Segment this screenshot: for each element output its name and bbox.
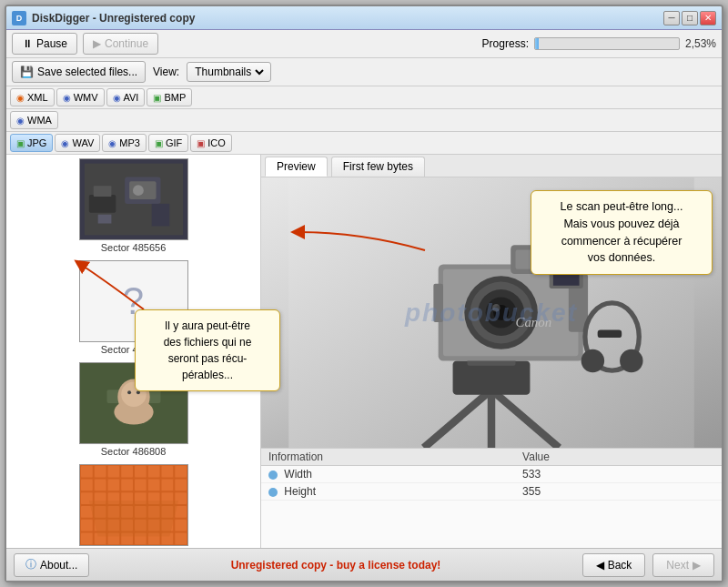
mp3-icon: ◉: [108, 138, 116, 148]
tab-first-bytes[interactable]: First few bytes: [331, 157, 425, 177]
info-table-container: Information Value Width 533: [261, 448, 722, 548]
svg-point-15: [127, 390, 131, 394]
view-label: View:: [153, 66, 179, 78]
thumbnail-list: Sector 485656 ? Sector 486792: [6, 155, 260, 548]
wmv-icon: ◉: [63, 93, 71, 103]
svg-rect-8: [97, 215, 111, 224]
preview-tabs: Preview First few bytes: [261, 155, 722, 177]
view-dropdown[interactable]: Thumbnails List Details: [191, 65, 267, 79]
info-height-label: Height: [261, 483, 515, 501]
next-icon: ▶: [693, 559, 701, 572]
right-panel: Preview First few bytes: [261, 155, 722, 548]
save-icon: 💾: [20, 66, 34, 78]
progress-fill: [535, 38, 539, 49]
filetype-jpg[interactable]: ▣ JPG: [10, 134, 53, 152]
info-icon-width: [268, 471, 278, 480]
watermark: photobucket: [405, 299, 578, 328]
svg-marker-20: [88, 501, 177, 536]
info-width-value: 533: [515, 466, 668, 483]
continue-button[interactable]: ▶ Continue: [83, 33, 158, 55]
save-selected-button[interactable]: 💾 Save selected files...: [12, 61, 146, 83]
filetype-wav[interactable]: ◉ WAV: [55, 134, 100, 152]
filetypes-row1: ◉ XML ◉ WMV ◉ AVI ▣ BMP: [6, 86, 722, 109]
thumbnail-item-1[interactable]: ? Sector 486792: [10, 260, 257, 355]
filetypes-row2: ◉ WMA: [6, 109, 722, 132]
toolbar: ⏸ Pause ▶ Continue Progress: 2,53%: [6, 30, 722, 58]
filetypes-row3: ▣ JPG ◉ WAV ◉ MP3 ▣ GIF ▣ ICO: [6, 132, 722, 155]
about-button[interactable]: ⓘ About...: [14, 553, 89, 577]
thumbnail-image-3: [79, 464, 188, 546]
bottom-bar: ⓘ About... Unregistered copy - buy a lic…: [6, 548, 722, 581]
view-select-container[interactable]: Thumbnails List Details: [187, 62, 271, 82]
svg-point-43: [581, 349, 604, 372]
thumbnail-image-0: [79, 158, 188, 240]
filetype-ico[interactable]: ▣ ICO: [190, 134, 232, 152]
filetype-gif[interactable]: ▣ GIF: [148, 134, 188, 152]
xml-icon: ◉: [16, 93, 25, 103]
progress-bar: [534, 37, 680, 50]
callout-scan-info: Le scan peut-être long... Mais vous pouv…: [531, 190, 713, 275]
play-icon: ▶: [93, 37, 101, 50]
left-panel: Sector 485656 ? Sector 486792: [6, 155, 261, 548]
col-header-value: Value: [515, 449, 668, 466]
back-icon: ◀: [596, 559, 604, 572]
filetype-mp3[interactable]: ◉ MP3: [102, 134, 147, 152]
minimize-button[interactable]: ─: [663, 11, 680, 25]
wma-icon: ◉: [16, 116, 25, 126]
thumbnail-label-2: Sector 486808: [101, 446, 167, 457]
close-button[interactable]: ✕: [700, 11, 716, 25]
next-button[interactable]: Next ▶: [652, 553, 714, 577]
filetype-wmv[interactable]: ◉ WMV: [56, 88, 105, 106]
app-icon: D: [12, 11, 26, 25]
thumbnail-image-1: ?: [79, 260, 188, 342]
svg-rect-3: [93, 186, 111, 197]
thumbnail-item-3[interactable]: Sector 487xxx: [10, 464, 257, 548]
filetype-xml[interactable]: ◉ XML: [10, 88, 55, 106]
unregistered-message: Unregistered copy - buy a license today!: [96, 559, 574, 572]
maximize-button[interactable]: □: [682, 11, 698, 25]
thumbnail-image-2: [79, 362, 188, 444]
avi-icon: ◉: [113, 93, 121, 103]
info-height-value: 355: [515, 483, 668, 501]
callout-scan-text: Le scan peut-être long... Mais vous pouv…: [561, 200, 683, 264]
thumbnail-item-0[interactable]: Sector 485656: [10, 158, 257, 253]
col-header-empty: [668, 449, 722, 466]
filetype-bmp[interactable]: ▣ BMP: [147, 88, 192, 106]
pause-icon: ⏸: [22, 37, 33, 50]
pause-button[interactable]: ⏸ Pause: [12, 33, 77, 55]
gif-icon: ▣: [155, 138, 163, 148]
ico-icon: ▣: [197, 138, 205, 148]
svg-rect-25: [453, 361, 531, 395]
svg-rect-2: [88, 195, 115, 213]
tab-preview[interactable]: Preview: [265, 157, 328, 177]
save-row: 💾 Save selected files... View: Thumbnail…: [6, 58, 722, 86]
svg-rect-7: [151, 204, 169, 227]
info-icon-height: [268, 488, 278, 497]
col-header-information: Information: [261, 449, 515, 466]
about-icon: ⓘ: [25, 557, 36, 572]
progress-percent: 2,53%: [685, 37, 716, 50]
svg-point-16: [136, 390, 139, 394]
progress-area: Progress: 2,53%: [482, 37, 716, 50]
preview-area: Canon photobucket Le scan peut-être long…: [261, 177, 722, 448]
unknown-icon: ?: [123, 279, 144, 323]
table-row: Width 533: [261, 466, 722, 483]
filetype-avi[interactable]: ◉ AVI: [106, 88, 146, 106]
svg-point-14: [121, 381, 147, 407]
main-window: D DiskDigger - Unregistered copy ─ □ ✕ ⏸…: [5, 5, 723, 582]
info-table: Information Value Width 533: [261, 449, 722, 501]
table-row: Height 355: [261, 483, 722, 501]
main-area: Sector 485656 ? Sector 486792: [6, 155, 722, 548]
svg-point-6: [133, 185, 144, 196]
title-bar: D DiskDigger - Unregistered copy ─ □ ✕: [6, 6, 722, 30]
window-controls: ─ □ ✕: [663, 11, 716, 25]
filetype-wma[interactable]: ◉ WMA: [10, 111, 58, 129]
bmp-icon: ▣: [153, 93, 161, 103]
thumbnail-item-2[interactable]: Sector 486808: [10, 362, 257, 457]
back-button[interactable]: ◀ Back: [582, 553, 646, 577]
wav-icon: ◉: [61, 138, 69, 148]
svg-rect-45: [598, 330, 622, 338]
thumbnail-label-1: Sector 486792: [101, 344, 167, 355]
info-width-label: Width: [261, 466, 515, 483]
svg-point-44: [620, 349, 642, 372]
